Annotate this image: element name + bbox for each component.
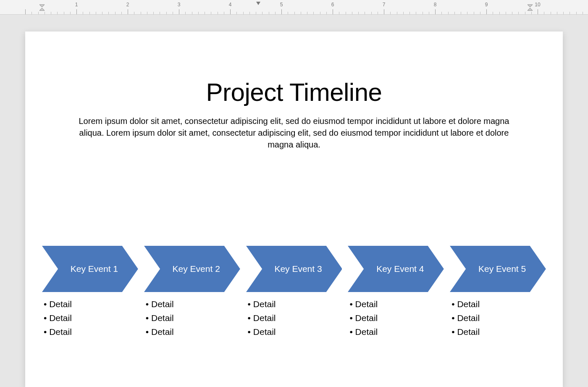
event-detail[interactable]: Detail <box>452 325 546 339</box>
canvas-area[interactable]: Project Timeline Lorem ipsum dolor sit a… <box>0 15 588 387</box>
event-detail[interactable]: Detail <box>248 325 342 339</box>
slide-description[interactable]: Lorem ipsum dolor sit amet, consectetur … <box>71 115 517 150</box>
ruler-tick <box>390 12 391 14</box>
event-detail[interactable]: Detail <box>349 297 444 311</box>
left-indent-marker[interactable] <box>39 4 45 11</box>
ruler-number: 4 <box>229 2 232 8</box>
ruler-tick <box>378 12 378 14</box>
timeline[interactable]: Key Event 1DetailDetailDetailKey Event 2… <box>42 246 546 339</box>
event-detail[interactable]: Detail <box>146 325 240 339</box>
ruler-tick <box>454 12 455 14</box>
ruler-tick <box>544 12 544 14</box>
ruler-tick <box>403 12 404 14</box>
ruler-number: 3 <box>178 2 181 8</box>
ruler-tick <box>301 12 301 14</box>
ruler-tick <box>83 12 83 14</box>
chevron-shape[interactable]: Key Event 5 <box>450 246 546 292</box>
timeline-event[interactable]: Key Event 4DetailDetailDetail <box>348 246 444 339</box>
chevron-shape[interactable]: Key Event 4 <box>348 246 444 292</box>
ruler-tick <box>307 12 307 14</box>
timeline-event[interactable]: Key Event 5DetailDetailDetail <box>450 246 546 339</box>
chevron-label: Key Event 3 <box>266 264 322 274</box>
chevron-label: Key Event 1 <box>62 264 118 274</box>
ruler-tick <box>108 12 109 14</box>
ruler-tick <box>397 12 397 14</box>
ruler-tick <box>179 9 179 14</box>
event-details[interactable]: DetailDetailDetail <box>42 297 138 339</box>
ruler-tick <box>461 12 461 14</box>
event-detail[interactable]: Detail <box>44 297 138 311</box>
ruler-tick <box>70 12 71 14</box>
horizontal-ruler[interactable]: 12345678910 <box>0 0 588 15</box>
tab-stop-marker[interactable] <box>256 2 260 5</box>
slide-title[interactable]: Project Timeline <box>25 78 563 107</box>
ruler-tick <box>512 12 512 14</box>
ruler-tick <box>45 12 45 14</box>
ruler-tick <box>333 9 333 14</box>
ruler-number: 8 <box>434 2 437 8</box>
ruler-tick <box>236 12 237 14</box>
ruler-tick <box>358 12 359 14</box>
ruler-tick <box>499 12 500 14</box>
event-detail[interactable]: Detail <box>349 325 444 339</box>
ruler-tick <box>557 12 557 14</box>
ruler-tick <box>128 9 128 14</box>
ruler-tick <box>525 12 525 14</box>
ruler-tick <box>32 12 32 14</box>
chevron-shape[interactable]: Key Event 2 <box>144 246 240 292</box>
ruler-tick <box>320 12 320 14</box>
ruler-tick <box>518 12 519 14</box>
ruler-tick <box>185 12 186 14</box>
ruler-tick <box>576 12 577 14</box>
timeline-event[interactable]: Key Event 1DetailDetailDetail <box>42 246 138 339</box>
event-detail[interactable]: Detail <box>452 311 546 325</box>
ruler-tick <box>435 9 436 14</box>
ruler-tick <box>173 12 173 14</box>
event-detail[interactable]: Detail <box>349 311 444 325</box>
ruler-tick <box>538 9 538 14</box>
right-indent-marker[interactable] <box>527 4 533 11</box>
ruler-tick <box>531 12 532 14</box>
ruler-tick <box>384 9 384 14</box>
ruler-number: 1 <box>75 2 78 8</box>
ruler-tick <box>160 12 160 14</box>
ruler-tick <box>493 12 493 14</box>
slide[interactable]: Project Timeline Lorem ipsum dolor sit a… <box>25 32 563 387</box>
timeline-event[interactable]: Key Event 3DetailDetailDetail <box>246 246 342 339</box>
ruler-tick <box>448 12 449 14</box>
event-detail[interactable]: Detail <box>146 311 240 325</box>
ruler-tick <box>115 12 116 14</box>
ruler-tick <box>346 12 346 14</box>
event-detail[interactable]: Detail <box>44 311 138 325</box>
event-details[interactable]: DetailDetailDetail <box>246 297 342 339</box>
ruler-tick <box>153 12 154 14</box>
ruler-tick <box>441 12 442 14</box>
timeline-event[interactable]: Key Event 2DetailDetailDetail <box>144 246 240 339</box>
event-details[interactable]: DetailDetailDetail <box>450 297 546 339</box>
ruler-tick <box>486 9 487 14</box>
ruler-tick <box>410 12 410 14</box>
event-detail[interactable]: Detail <box>146 297 240 311</box>
ruler-tick <box>583 12 583 14</box>
ruler-number: 9 <box>485 2 488 8</box>
ruler-tick <box>371 12 372 14</box>
ruler-tick <box>57 12 58 14</box>
ruler-tick <box>192 12 192 14</box>
ruler-tick <box>480 12 480 14</box>
ruler-tick <box>570 12 570 14</box>
chevron-shape[interactable]: Key Event 1 <box>42 246 138 292</box>
event-detail[interactable]: Detail <box>44 325 138 339</box>
event-detail[interactable]: Detail <box>452 297 546 311</box>
ruler-tick <box>243 12 244 14</box>
ruler-tick <box>269 12 269 14</box>
ruler-number: 7 <box>383 2 386 8</box>
ruler-number: 6 <box>331 2 334 8</box>
event-detail[interactable]: Detail <box>248 311 342 325</box>
ruler-tick <box>89 12 90 14</box>
event-detail[interactable]: Detail <box>248 297 342 311</box>
event-details[interactable]: DetailDetailDetail <box>348 297 444 339</box>
chevron-shape[interactable]: Key Event 3 <box>246 246 342 292</box>
ruler-tick <box>294 12 295 14</box>
event-details[interactable]: DetailDetailDetail <box>144 297 240 339</box>
ruler-tick <box>551 12 551 14</box>
